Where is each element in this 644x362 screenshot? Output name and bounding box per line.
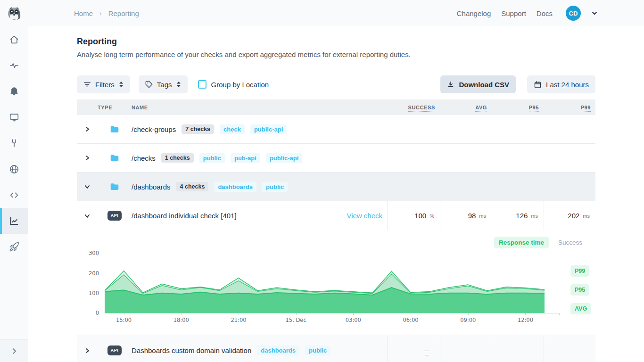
y-axis-label: 200: [77, 270, 99, 277]
tag-chip[interactable]: public-api: [266, 153, 302, 163]
p95-cell: [492, 336, 544, 362]
sidebar-item-reporting[interactable]: [0, 208, 28, 234]
table-row-dashboard-individual-check: API /dashboard individual check [401] Vi…: [77, 201, 595, 230]
response-time-toggle[interactable]: Response time: [494, 237, 549, 248]
row-name[interactable]: Dashboards custom domain validation: [132, 346, 251, 354]
folder-icon: [109, 181, 120, 192]
activity-icon: [9, 60, 19, 71]
line-chart-icon: [9, 216, 19, 226]
tag-chip[interactable]: public: [262, 182, 288, 192]
page-subtitle: Analyse long term performance of your ch…: [77, 50, 595, 58]
row-name[interactable]: /dashboards: [132, 183, 171, 191]
expand-chevron[interactable]: [82, 346, 92, 356]
docs-link[interactable]: Docs: [537, 9, 553, 17]
folder-icon: [109, 153, 120, 163]
top-bar: Home › Reporting Changelog Support Docs …: [0, 0, 644, 26]
chevron-down-icon: [84, 213, 91, 219]
collapse-chevron[interactable]: [82, 181, 92, 192]
group-by-location-option[interactable]: Group by Location: [198, 80, 269, 89]
group-by-location-checkbox[interactable]: [198, 80, 206, 89]
filters-label: Filters: [95, 81, 115, 89]
sidebar-expand-button[interactable]: [0, 339, 28, 362]
date-range-label: Last 24 hours: [546, 81, 589, 89]
x-axis-label: 15:00: [116, 317, 132, 323]
expand-chevron[interactable]: [82, 153, 92, 163]
collapse-chevron[interactable]: [82, 211, 92, 221]
account-menu-chevron-icon[interactable]: [591, 10, 598, 16]
changelog-link[interactable]: Changelog: [457, 9, 491, 17]
sidebar-item-getting-started[interactable]: [0, 234, 28, 260]
folder-icon: [109, 124, 120, 134]
header-p95[interactable]: P95: [492, 105, 544, 110]
check-count-badge: 1 checks: [161, 153, 194, 163]
app-logo[interactable]: [6, 5, 23, 22]
sidebar-item-locations[interactable]: [0, 156, 28, 182]
sidebar-item-home[interactable]: [0, 26, 28, 52]
tag-chip[interactable]: public: [199, 153, 225, 163]
sidebar-item-dashboards[interactable]: [0, 104, 28, 130]
row-name[interactable]: /checks: [132, 154, 156, 162]
breadcrumb-home[interactable]: Home: [74, 9, 93, 17]
chart-plot-area[interactable]: [105, 250, 545, 313]
table-row-check-groups: /check-groups 7 checks check public-api: [77, 115, 595, 144]
p95-legend-badge[interactable]: P95: [570, 284, 589, 296]
support-link[interactable]: Support: [501, 9, 526, 17]
tags-label: Tags: [157, 81, 172, 89]
home-icon: [9, 34, 19, 45]
table-header: TYPE NAME SUCCESS AVG P95 P99: [77, 99, 595, 115]
success-toggle[interactable]: Success: [558, 239, 582, 246]
tag-chip[interactable]: dashboards: [257, 346, 299, 355]
header-avg[interactable]: AVG: [440, 105, 492, 110]
sidebar-item-api[interactable]: [0, 182, 28, 208]
filters-button[interactable]: Filters: [77, 75, 130, 93]
p95-cell: 126ms: [492, 201, 544, 230]
avatar[interactable]: CD: [566, 6, 581, 21]
x-axis-label: 15. Dec: [286, 317, 306, 323]
success-cell: 100%: [387, 201, 440, 230]
x-axis-label: 03:00: [346, 317, 361, 323]
header-success[interactable]: SUCCESS: [387, 105, 440, 110]
chevron-right-icon: [84, 347, 91, 354]
tags-button[interactable]: Tags: [139, 75, 188, 93]
sidebar-item-maintenance[interactable]: [0, 130, 28, 156]
response-time-chart: Response time Success 010020030015:0018:…: [77, 230, 595, 336]
bell-icon: [9, 86, 19, 97]
header-name: NAME: [132, 105, 387, 110]
row-name[interactable]: /check-groups: [132, 125, 176, 133]
filter-lines-icon: [83, 81, 91, 88]
x-axis-label: 18:00: [173, 317, 189, 323]
sidebar-item-alerts[interactable]: [0, 78, 28, 104]
tag-chip[interactable]: public: [305, 346, 330, 355]
expand-chevron[interactable]: [82, 124, 92, 134]
group-by-location-label: Group by Location: [211, 81, 269, 89]
globe-icon: [9, 164, 19, 174]
sidebar-item-activity[interactable]: [0, 52, 28, 78]
view-check-link[interactable]: View check: [347, 212, 382, 220]
sort-arrows-icon: [176, 82, 181, 87]
y-axis-label: 300: [77, 250, 99, 256]
y-axis-label: 100: [77, 290, 99, 296]
download-csv-button[interactable]: Download CSV: [440, 75, 516, 93]
p99-legend-badge[interactable]: P99: [570, 265, 589, 277]
tag-chip[interactable]: pub-api: [231, 153, 260, 163]
x-axis-label: 21:00: [231, 317, 246, 323]
avg-cell: [440, 336, 492, 362]
tag-chip[interactable]: check: [220, 124, 245, 134]
download-csv-label: Download CSV: [459, 81, 509, 89]
check-count-badge: 7 checks: [182, 124, 214, 134]
date-range-button[interactable]: Last 24 hours: [527, 75, 595, 93]
tag-chip[interactable]: dashboards: [214, 182, 256, 192]
tag-icon: [145, 81, 153, 88]
x-axis-label: 12:00: [518, 317, 533, 323]
tag-chip[interactable]: public-api: [250, 124, 287, 134]
row-name[interactable]: /dashboard individual check [401]: [132, 212, 237, 220]
avg-legend-badge[interactable]: AVG: [570, 303, 591, 314]
check-count-badge: 4 checks: [176, 182, 209, 191]
main-content: Reporting Analyse long term performance …: [28, 26, 644, 362]
calendar-icon: [534, 81, 542, 89]
x-axis-label: 09:00: [460, 317, 476, 323]
raccoon-logo-icon: [6, 5, 23, 22]
header-p99[interactable]: P99: [544, 105, 595, 110]
p99-cell: 202ms: [544, 201, 595, 230]
success-cell: –: [387, 336, 440, 362]
